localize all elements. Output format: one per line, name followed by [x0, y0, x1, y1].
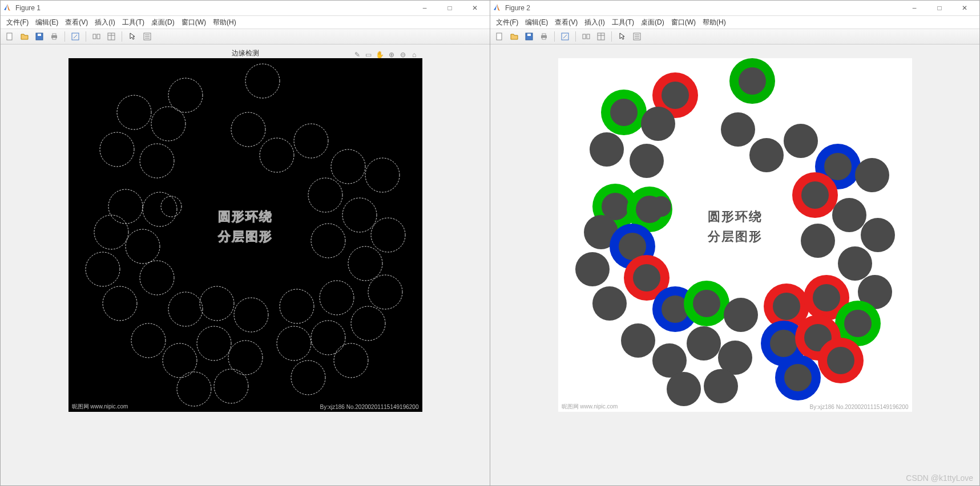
axes-wrapper: 边缘检测圆形环绕分层图形昵图网 www.nipic.comBy:xjz186 N… — [68, 48, 422, 412]
svg-rect-0 — [7, 33, 12, 40]
pointer-button[interactable] — [615, 30, 629, 43]
svg-rect-18 — [527, 34, 531, 36]
print-icon — [50, 32, 59, 41]
axes-title — [558, 48, 912, 58]
axes[interactable]: 圆形环绕分层图形昵图网 www.nipic.comBy:xjz186 No.20… — [68, 58, 422, 412]
new-button[interactable] — [493, 30, 506, 43]
link-icon — [582, 32, 591, 41]
save-button[interactable] — [33, 30, 46, 43]
menubar: 文件(F)编辑(E)查看(V)插入(I)工具(T)桌面(D)窗口(W)帮助(H) — [490, 16, 979, 29]
circle-fill — [838, 246, 872, 281]
open-button[interactable] — [507, 30, 521, 43]
circle-fill — [739, 67, 766, 95]
open-button[interactable] — [18, 30, 31, 43]
menu-item[interactable]: 文件(F) — [493, 17, 522, 29]
circle-edge — [311, 321, 345, 355]
svg-rect-23 — [583, 34, 586, 39]
datatip-button[interactable] — [140, 30, 154, 43]
watermark-left: 昵图网 www.nipic.com — [562, 403, 618, 411]
save-button[interactable] — [522, 30, 536, 43]
menu-item[interactable]: 编辑(E) — [32, 17, 62, 29]
menu-item[interactable]: 插入(I) — [91, 17, 118, 29]
circle-edge — [368, 275, 402, 309]
menu-item[interactable]: 帮助(H) — [209, 17, 240, 29]
menu-item[interactable]: 插入(I) — [581, 17, 608, 29]
circle-edge — [161, 196, 182, 217]
center-caption: 圆形环绕分层图形 — [708, 206, 763, 246]
circle-edge — [108, 189, 143, 224]
home-button[interactable]: ⌂ — [410, 50, 419, 59]
datatip-button[interactable]: ▭ — [364, 50, 373, 59]
datatip-icon: ▭ — [365, 51, 372, 59]
circle-edge — [94, 215, 128, 249]
minimize-button[interactable]: – — [412, 1, 437, 15]
datatip-button[interactable] — [630, 30, 644, 43]
circle-fill — [824, 153, 852, 180]
menu-item[interactable]: 工具(T) — [119, 17, 148, 29]
menu-item[interactable]: 查看(V) — [62, 17, 91, 29]
new-button[interactable] — [3, 30, 17, 43]
pan-button[interactable]: ✋ — [376, 50, 385, 59]
menu-item[interactable]: 桌面(D) — [148, 17, 178, 29]
save-icon — [35, 32, 44, 41]
canvas-area: 边缘检测圆形环绕分层图形昵图网 www.nipic.comBy:xjz186 N… — [1, 44, 490, 485]
circle-edge — [291, 361, 325, 395]
inspector-button[interactable] — [104, 30, 118, 43]
circle-fill — [749, 138, 784, 172]
app-icon — [493, 3, 502, 13]
close-button[interactable]: ✕ — [462, 1, 487, 15]
circle-fill — [662, 82, 689, 109]
circle-edge — [117, 95, 151, 129]
circle-edge — [334, 343, 368, 378]
close-button[interactable]: ✕ — [952, 1, 977, 15]
circle-edge — [234, 298, 268, 332]
menu-item[interactable]: 窗口(W) — [178, 17, 209, 29]
pointer-button[interactable] — [126, 30, 139, 43]
maximize-icon: □ — [937, 4, 941, 12]
minimize-button[interactable]: – — [902, 1, 927, 15]
menu-item[interactable]: 文件(F) — [3, 17, 32, 29]
circle-edge — [260, 138, 294, 172]
maximize-button[interactable]: □ — [437, 1, 462, 15]
edit-plot-button[interactable] — [558, 30, 572, 43]
window-title: Figure 1 — [15, 4, 412, 12]
svg-rect-16 — [497, 33, 502, 40]
menu-item[interactable]: 桌面(D) — [638, 17, 668, 29]
datatip-icon — [632, 32, 642, 41]
toolbar — [490, 29, 979, 44]
inspector-button[interactable] — [594, 30, 608, 43]
menu-item[interactable]: 帮助(H) — [699, 17, 729, 29]
window-controls: –□✕ — [412, 1, 487, 15]
zoomin-button[interactable]: ⊕ — [387, 50, 396, 59]
link-button[interactable] — [579, 30, 593, 43]
circle-edge — [277, 326, 311, 361]
svg-rect-20 — [542, 34, 546, 35]
menu-item[interactable]: 工具(T) — [608, 17, 638, 29]
circle-fill — [721, 112, 755, 147]
maximize-button[interactable]: □ — [927, 1, 952, 15]
datatip-icon — [143, 32, 152, 41]
circle-fill — [610, 99, 638, 126]
circle-edge — [200, 286, 234, 321]
toolbar-separator — [611, 31, 612, 42]
zoomout-button[interactable]: ⊖ — [398, 50, 408, 59]
new-icon — [5, 32, 14, 41]
link-button[interactable] — [90, 30, 103, 43]
print-button[interactable] — [537, 30, 551, 43]
menu-item[interactable]: 查看(V) — [551, 17, 581, 29]
circle-fill — [667, 372, 701, 406]
axes[interactable]: 圆形环绕分层图形昵图网 www.nipic.comBy:xjz186 No.20… — [558, 58, 912, 412]
edit-plot-button[interactable] — [68, 30, 82, 43]
circle-fill — [693, 290, 720, 317]
toolbar-separator — [64, 31, 65, 42]
figure-window-1: Figure 1–□✕文件(F)编辑(E)查看(V)插入(I)工具(T)桌面(D… — [0, 0, 490, 486]
circle-fill — [784, 124, 818, 158]
print-button[interactable] — [47, 30, 61, 43]
menubar: 文件(F)编辑(E)查看(V)插入(I)工具(T)桌面(D)窗口(W)帮助(H) — [1, 16, 490, 29]
toolbar-separator — [122, 31, 122, 42]
menu-item[interactable]: 编辑(E) — [522, 17, 551, 29]
circle-fill — [784, 364, 812, 391]
menu-item[interactable]: 窗口(W) — [668, 17, 699, 29]
brush-button[interactable]: ✎ — [353, 50, 362, 59]
home-icon: ⌂ — [412, 51, 416, 59]
